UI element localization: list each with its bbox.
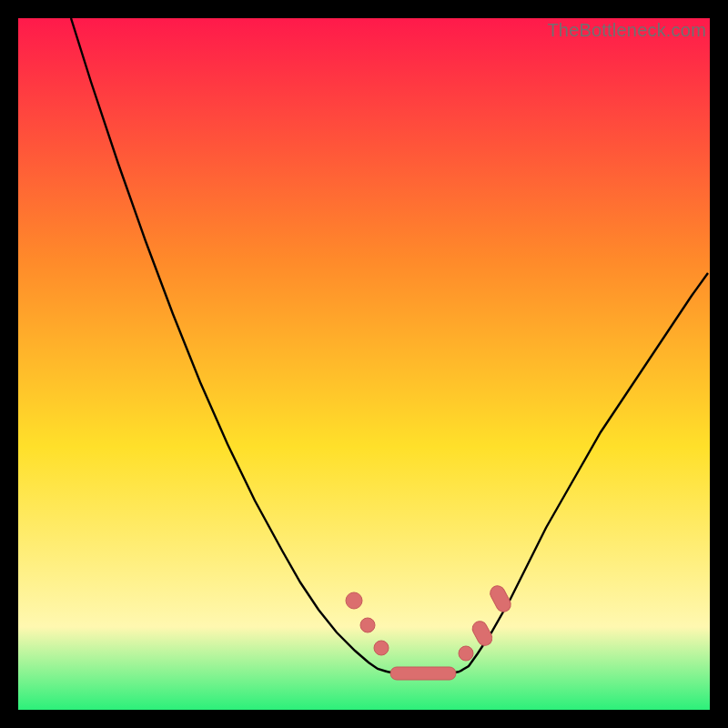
bottleneck-chart [18, 18, 710, 710]
watermark-label: TheBottleneck.com [547, 20, 706, 41]
dot-left-upper [346, 592, 362, 609]
gradient-background [18, 18, 710, 710]
dot-right-low [459, 646, 473, 661]
bar-floor [390, 667, 456, 680]
dot-left-low [374, 641, 389, 655]
dot-left-mid [360, 618, 375, 632]
